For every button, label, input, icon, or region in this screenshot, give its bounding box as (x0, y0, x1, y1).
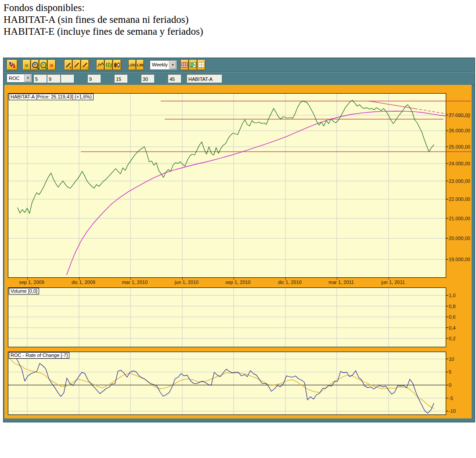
sma2-period-input[interactable] (141, 74, 154, 83)
magnifier-plus-icon: + (32, 62, 38, 68)
lin-scale-label: LIN (137, 63, 144, 67)
panel-grid-icon (198, 62, 205, 68)
plus-icon: + (69, 66, 72, 70)
y-axis-label: 0,6 (449, 314, 455, 320)
x-axis-label: mar 1, 2011 (321, 280, 361, 285)
bar-chart-button[interactable] (105, 59, 113, 70)
header-line-1: Fondos disponibles: (4, 2, 203, 14)
main-toolbar: ↻ ↻ « + − » + ↕ − (4, 58, 475, 72)
y-axis-label: 19.000,00 (449, 257, 470, 262)
chevron-down-icon[interactable]: ▼ (169, 61, 176, 69)
x-axis-label: dic 1, 2009 (64, 280, 103, 285)
y-axis-label: 1,0 (449, 293, 455, 298)
y-axis-label: -5 (449, 396, 453, 401)
log-scale-label: LOG (128, 63, 136, 67)
y-axis-label: 23.000,00 (449, 178, 470, 184)
y-axis-label: 20.000,00 (449, 236, 470, 241)
y-axis-label: 5 (449, 369, 451, 374)
remove-trendline-button[interactable]: − (81, 59, 89, 70)
linear-scale-button[interactable]: LIN (136, 59, 144, 70)
y-axis-label: 21.000,00 (449, 216, 470, 221)
bollinger-period-input[interactable] (87, 74, 101, 83)
roc-plot (8, 352, 472, 415)
period-value: Weekly (150, 61, 169, 69)
y-axis-label: 26.000,00 (449, 128, 470, 133)
refresh-icon: ↻ (11, 62, 16, 69)
x-axis-label: sep 1, 2009 (12, 280, 51, 285)
chevron-down-icon[interactable]: ▼ (24, 74, 31, 82)
roc-panel-title: ROC - Rate of Change [-7] (9, 352, 69, 359)
log-scale-button[interactable]: LOG (128, 59, 136, 70)
indicator-param1-input[interactable] (33, 74, 47, 83)
indicator-value: ROC (7, 74, 24, 82)
volume-panel-title: Volume [0,0] (9, 288, 39, 294)
volume-plot (8, 287, 472, 347)
y-axis-label: 0,8 (449, 304, 455, 309)
zoom-out-button[interactable]: − (39, 59, 47, 70)
y-axis-label: 24.000,00 (449, 161, 470, 166)
move-trendline-button[interactable]: ↕ (72, 59, 81, 70)
symbol-input[interactable] (187, 74, 222, 83)
scroll-forward-button[interactable]: » (47, 59, 56, 70)
red-grid-icon (181, 62, 188, 68)
y-axis-label: -10 (449, 408, 456, 414)
x-axis: sep 1, 2009dic 1, 2009mar 1, 2010jun 1, … (4, 278, 472, 287)
y-axis-label: 10 (449, 356, 454, 362)
magnifier-minus-icon: − (40, 62, 47, 68)
header-line-3: HABITAT-E (incluye fines de semana y fer… (4, 25, 203, 37)
price-chart-plot[interactable] (8, 93, 472, 278)
candlestick-icon (114, 62, 121, 68)
indicator-param3-input[interactable] (61, 74, 74, 83)
period-select[interactable]: Weekly ▼ (150, 60, 177, 69)
line-chart-button[interactable] (96, 59, 105, 70)
ohlc-bars-icon (105, 62, 112, 68)
move-arrows-icon: ↕ (74, 60, 76, 64)
page-header: Fondos disponibles: HABITAT-A (sin fines… (4, 2, 203, 37)
layout-panels-button[interactable] (197, 59, 206, 70)
y-axis-label: 25.000,00 (449, 144, 470, 149)
y-axis-label: 27.000,00 (449, 113, 470, 118)
y-axis-label: 0 (449, 382, 451, 388)
data-table-button[interactable] (189, 59, 197, 70)
zoom-in-button[interactable]: + (31, 59, 39, 70)
scroll-back-button[interactable]: « (22, 59, 31, 70)
chevrons-left-icon: « (25, 62, 29, 68)
add-trendline-button[interactable]: + (64, 59, 72, 70)
x-axis-label: mar 1, 2010 (115, 280, 155, 285)
indicator-toolbar: ROC ▼ BOL SMA 1 SMA 2 SMA 3 ← (4, 72, 475, 85)
x-axis-label: jun 1, 2011 (373, 280, 413, 285)
line-chart-icon (97, 62, 104, 68)
y-axis-label: 0,2 (449, 336, 455, 341)
candlestick-chart-button[interactable] (113, 59, 121, 70)
x-axis-label: jun 1, 2010 (167, 280, 206, 285)
refresh-button[interactable]: ↻ ↻ (7, 59, 18, 70)
y-axis-label: 22.000,00 (449, 196, 470, 202)
indicator-select[interactable]: ROC ▼ (7, 74, 32, 82)
indicator-param2-input[interactable] (47, 74, 60, 83)
y-axis-label: 0,4 (449, 325, 455, 331)
chart-applet: ↻ ↻ « + − » + ↕ − (4, 58, 475, 422)
header-line-2: HABITAT-A (sin fines de semana ni feriad… (4, 14, 203, 25)
chevrons-right-icon: » (50, 62, 54, 68)
minus-icon: − (86, 66, 88, 70)
grid-view-button[interactable] (180, 59, 189, 70)
x-axis-label: dic 1, 2010 (270, 280, 310, 285)
sma1-period-input[interactable] (114, 74, 127, 83)
x-axis-label: sep 1, 2010 (218, 280, 258, 285)
green-table-icon (190, 62, 196, 68)
sma3-period-input[interactable] (168, 74, 181, 83)
price-panel-title: HABITAT-A [Price: 25.119,43] (+1,6%) (9, 94, 94, 100)
